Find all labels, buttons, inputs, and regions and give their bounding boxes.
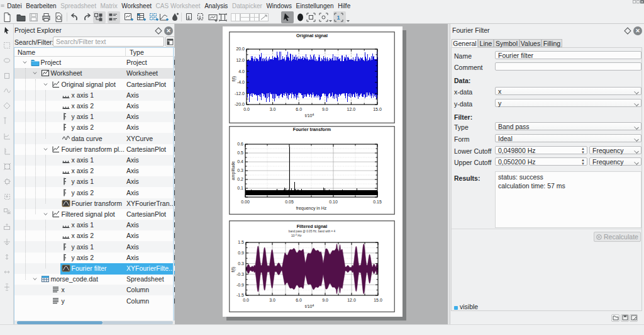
svg-text:9.0: 9.0 — [322, 107, 328, 111]
svg-text:15.0: 15.0 — [374, 298, 382, 302]
svg-text:0.10: 0.10 — [329, 200, 338, 204]
svg-text:12.0: 12.0 — [347, 107, 356, 111]
svg-text:Fourier transform: Fourier transform — [293, 127, 331, 132]
svg-text:Filtered signal: Filtered signal — [297, 224, 328, 229]
svg-text:0.5: 0.5 — [237, 150, 243, 155]
svg-text:0.3: 0.3 — [238, 261, 244, 266]
svg-text:3.0: 3.0 — [270, 107, 276, 111]
svg-text:9.0: 9.0 — [322, 298, 328, 302]
svg-text:amplitude: amplitude — [231, 161, 236, 180]
svg-text:10-4 Hz: 10-4 Hz — [291, 234, 302, 237]
svg-text:frequency in Hz: frequency in Hz — [296, 206, 327, 211]
svg-text:-20.0: -20.0 — [235, 102, 245, 106]
svg-text:-4.0: -4.0 — [237, 80, 245, 84]
svg-text:1.5: 1.5 — [238, 240, 244, 244]
svg-text:0.05: 0.05 — [285, 200, 294, 204]
svg-text:-0.9: -0.9 — [236, 283, 244, 287]
svg-text:0.0: 0.0 — [243, 107, 250, 111]
svg-text:-0.3: -0.3 — [236, 272, 244, 276]
svg-text:0.00: 0.00 — [241, 200, 250, 204]
svg-text:0.4: 0.4 — [237, 159, 243, 164]
svg-text:t/104: t/104 — [305, 113, 314, 118]
svg-text:0.15: 0.15 — [373, 200, 382, 204]
svg-text:1: 1 — [336, 14, 340, 21]
svg-text:t/104: t/104 — [305, 304, 314, 309]
svg-text:Original signal: Original signal — [296, 33, 328, 38]
svg-text:4.0: 4.0 — [238, 69, 245, 74]
svg-text:0.3: 0.3 — [237, 168, 243, 173]
svg-text:f(t): f(t) — [231, 76, 236, 82]
svg-text:15.0: 15.0 — [373, 107, 382, 111]
svg-text:20.0: 20.0 — [236, 47, 245, 51]
svg-text:0.0: 0.0 — [243, 298, 249, 302]
svg-text:-1.5: -1.5 — [236, 293, 244, 297]
svg-text:12.0: 12.0 — [236, 58, 245, 62]
svg-text:band pass @ 0.05 Hz, band with: band pass @ 0.05 Hz, band with = 4 — [289, 230, 336, 233]
svg-text:0.6: 0.6 — [237, 142, 243, 146]
svg-text:0.9: 0.9 — [238, 251, 244, 255]
svg-text:-12.0: -12.0 — [235, 91, 245, 96]
svg-text:3.0: 3.0 — [269, 298, 275, 302]
svg-text:6.0: 6.0 — [296, 298, 302, 302]
svg-text:12.0: 12.0 — [347, 298, 356, 302]
svg-text:0.2: 0.2 — [237, 177, 243, 181]
svg-text:f(t): f(t) — [231, 267, 236, 273]
svg-text:0.1: 0.1 — [237, 186, 243, 190]
svg-text:6.0: 6.0 — [296, 107, 302, 111]
